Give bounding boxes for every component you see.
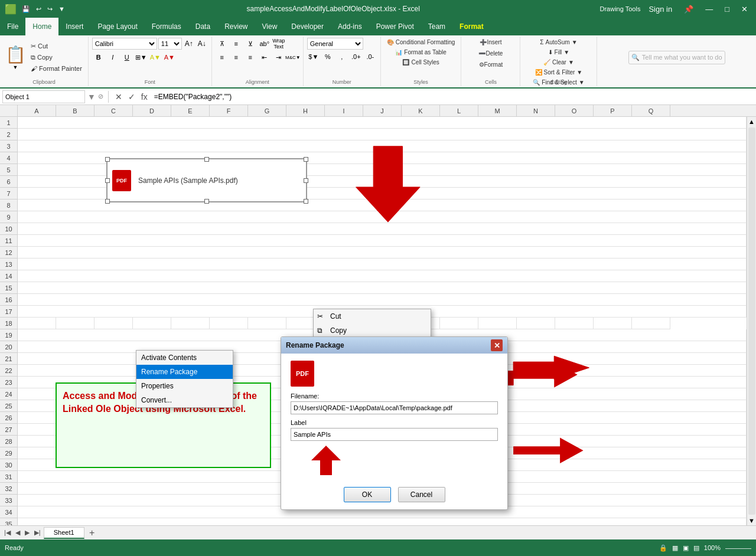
col-header-d[interactable]: D	[133, 105, 171, 116]
confirm-formula-button[interactable]: ✓	[126, 92, 137, 102]
row-header-28[interactable]: 28	[0, 436, 17, 447]
col-header-i[interactable]: I	[325, 105, 363, 116]
tab-formulas[interactable]: Formulas	[145, 18, 188, 35]
formula-input[interactable]	[152, 90, 754, 103]
border-button[interactable]: ⊞▼	[135, 51, 148, 63]
tab-data[interactable]: Data	[188, 18, 217, 35]
row-header-1[interactable]: 1	[0, 117, 17, 129]
format-painter-button[interactable]: 🖌 Format Painter	[28, 64, 84, 73]
align-center-button[interactable]: ≡	[230, 51, 243, 63]
tab-add-ins[interactable]: Add-ins	[331, 18, 369, 35]
row-header-25[interactable]: 25	[0, 400, 17, 412]
percent-button[interactable]: %	[321, 51, 334, 63]
font-color-button[interactable]: A▼	[163, 51, 176, 63]
row-header-11[interactable]: 11	[0, 235, 17, 247]
align-top-button[interactable]: ⊼	[216, 38, 229, 50]
autosum-button[interactable]: ΣAutoSum▼	[537, 38, 579, 47]
col-header-q[interactable]: Q	[632, 105, 670, 116]
format-cells-button[interactable]: ⚙Format	[477, 60, 506, 69]
page-break-button[interactable]: ▤	[693, 544, 699, 552]
maximize-button[interactable]: □	[721, 4, 733, 15]
name-box[interactable]	[2, 90, 85, 103]
align-left-button[interactable]: ≡	[216, 51, 229, 63]
tab-developer[interactable]: Developer	[284, 18, 331, 35]
tab-format[interactable]: Format	[452, 18, 491, 35]
grid-cell[interactable]	[440, 318, 478, 329]
currency-button[interactable]: $▼	[307, 51, 320, 63]
row-header-17[interactable]: 17	[0, 306, 17, 318]
tab-insert[interactable]: Insert	[58, 18, 90, 35]
grid-cell[interactable]	[18, 294, 747, 306]
row-header-10[interactable]: 10	[0, 223, 17, 235]
row-header-26[interactable]: 26	[0, 412, 17, 424]
underline-button[interactable]: U	[120, 51, 133, 63]
row-header-31[interactable]: 31	[0, 471, 17, 483]
customize-icon[interactable]: ▼	[57, 4, 67, 14]
grid-cell[interactable]	[248, 318, 286, 329]
selection-handle-tl[interactable]	[105, 157, 110, 162]
cancel-formula-button[interactable]: ✕	[113, 92, 124, 102]
row-header-30[interactable]: 30	[0, 459, 17, 471]
decrease-font-button[interactable]: A↓	[196, 38, 208, 50]
selection-handle-bl[interactable]	[105, 199, 110, 204]
grid-cell[interactable]	[94, 318, 133, 329]
grid-cell[interactable]	[555, 318, 594, 329]
decimal-increase-button[interactable]: .0+	[350, 51, 363, 63]
sheet-next-button[interactable]: ▶	[23, 529, 31, 537]
col-header-j[interactable]: J	[363, 105, 402, 116]
col-header-c[interactable]: C	[94, 105, 133, 116]
row-header-18[interactable]: 18	[0, 318, 17, 329]
tab-team[interactable]: Team	[421, 18, 452, 35]
sub-convert[interactable]: Convert...	[136, 393, 233, 407]
scroll-down-button[interactable]: ▼	[747, 516, 756, 525]
sub-properties[interactable]: Properties	[136, 379, 233, 393]
add-sheet-button[interactable]: +	[86, 527, 99, 539]
grid-cell[interactable]	[478, 318, 517, 329]
grid-cell[interactable]	[18, 270, 747, 282]
cut-button[interactable]: ✂ Cut	[28, 41, 84, 51]
col-header-p[interactable]: P	[594, 105, 632, 116]
redo-icon[interactable]: ↪	[45, 4, 54, 14]
col-header-o[interactable]: O	[555, 105, 594, 116]
grid-cell[interactable]	[210, 318, 248, 329]
selection-handle-tc[interactable]	[204, 157, 209, 162]
tab-page-layout[interactable]: Page Layout	[90, 18, 144, 35]
embedded-object[interactable]: PDF Sample APIs (Sample APIs.pdf)	[106, 158, 307, 202]
decimal-decrease-button[interactable]: .0-	[364, 51, 377, 63]
grid-cell[interactable]	[18, 259, 747, 270]
grid-cell[interactable]	[632, 318, 670, 329]
bold-button[interactable]: B	[92, 51, 105, 63]
paste-button[interactable]: 📋 ▼	[4, 41, 27, 74]
col-header-e[interactable]: E	[171, 105, 210, 116]
cell-styles-button[interactable]: 🔲Cell Styles	[400, 58, 441, 67]
tab-file[interactable]: File	[0, 18, 25, 35]
label-input[interactable]	[291, 428, 498, 441]
grid-cell[interactable]	[18, 318, 56, 329]
tab-review[interactable]: Review	[217, 18, 255, 35]
comma-button[interactable]: ,	[335, 51, 348, 63]
dialog-cancel-button[interactable]: Cancel	[398, 487, 445, 502]
row-header-33[interactable]: 33	[0, 495, 17, 506]
insert-cells-button[interactable]: ➕Insert	[477, 38, 504, 47]
scroll-up-button[interactable]: ▲	[747, 117, 756, 126]
grid-cell[interactable]	[594, 318, 632, 329]
sign-in-button[interactable]: Sign in	[645, 4, 676, 15]
format-as-table-button[interactable]: 📊Format as Table	[393, 48, 449, 57]
col-header-n[interactable]: N	[517, 105, 555, 116]
sort-filter-button[interactable]: 🔀Sort & Filter▼	[533, 68, 585, 77]
grid-cell[interactable]	[18, 247, 747, 259]
row-header-21[interactable]: 21	[0, 353, 17, 365]
row-header-5[interactable]: 5	[0, 164, 17, 176]
row-header-24[interactable]: 24	[0, 388, 17, 400]
font-size-select[interactable]: 11	[158, 38, 182, 50]
grid-cell[interactable]	[18, 223, 747, 235]
row-header-8[interactable]: 8	[0, 199, 17, 211]
zoom-slider[interactable]: ————	[725, 544, 751, 551]
col-header-f[interactable]: F	[210, 105, 248, 116]
row-header-16[interactable]: 16	[0, 294, 17, 306]
selection-handle-ml[interactable]	[105, 178, 110, 183]
col-header-b[interactable]: B	[56, 105, 94, 116]
row-header-9[interactable]: 9	[0, 211, 17, 223]
row-header-2[interactable]: 2	[0, 129, 17, 140]
grid-cell[interactable]	[133, 318, 171, 329]
